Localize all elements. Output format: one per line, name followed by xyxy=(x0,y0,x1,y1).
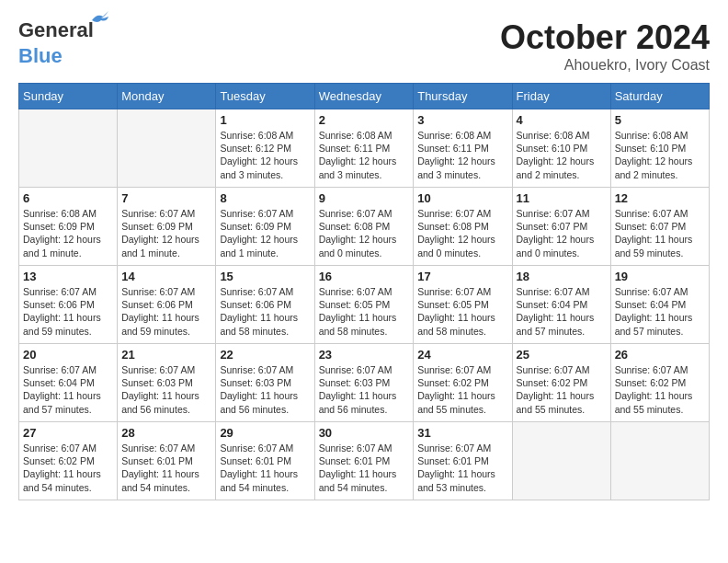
day-info: Sunrise: 6:07 AM Sunset: 6:04 PM Dayligh… xyxy=(517,285,607,338)
day-number: 23 xyxy=(319,348,410,362)
calendar-day-cell: 10Sunrise: 6:07 AM Sunset: 6:08 PM Dayli… xyxy=(414,188,512,266)
calendar-day-cell: 19Sunrise: 6:07 AM Sunset: 6:04 PM Dayli… xyxy=(610,266,709,344)
calendar-day-cell: 21Sunrise: 6:07 AM Sunset: 6:03 PM Dayli… xyxy=(118,344,216,422)
calendar-day-cell: 29Sunrise: 6:07 AM Sunset: 6:01 PM Dayli… xyxy=(216,422,314,500)
day-number: 1 xyxy=(220,113,310,127)
calendar-day-cell: 2Sunrise: 6:08 AM Sunset: 6:11 PM Daylig… xyxy=(314,109,414,188)
title-area: October 2024 Ahouekro, Ivory Coast xyxy=(500,18,710,74)
weekday-header: Tuesday xyxy=(216,84,314,109)
day-info: Sunrise: 6:07 AM Sunset: 6:02 PM Dayligh… xyxy=(417,363,507,416)
calendar-week-row: 20Sunrise: 6:07 AM Sunset: 6:04 PM Dayli… xyxy=(19,344,710,422)
day-number: 13 xyxy=(23,270,113,283)
day-info: Sunrise: 6:07 AM Sunset: 6:08 PM Dayligh… xyxy=(319,207,410,259)
logo-blue: Blue xyxy=(18,44,63,67)
calendar-day-cell: 22Sunrise: 6:07 AM Sunset: 6:03 PM Dayli… xyxy=(216,344,314,422)
calendar-day-cell xyxy=(610,422,709,500)
calendar-day-cell: 8Sunrise: 6:07 AM Sunset: 6:09 PM Daylig… xyxy=(216,188,314,266)
day-number: 29 xyxy=(220,426,310,440)
day-number: 20 xyxy=(23,348,113,362)
day-number: 18 xyxy=(517,270,607,283)
calendar-week-row: 13Sunrise: 6:07 AM Sunset: 6:06 PM Dayli… xyxy=(19,266,710,344)
calendar-day-cell: 14Sunrise: 6:07 AM Sunset: 6:06 PM Dayli… xyxy=(118,266,216,344)
day-number: 24 xyxy=(417,348,507,362)
day-info: Sunrise: 6:08 AM Sunset: 6:10 PM Dayligh… xyxy=(615,129,705,181)
day-number: 30 xyxy=(319,426,410,440)
calendar-day-cell: 17Sunrise: 6:07 AM Sunset: 6:05 PM Dayli… xyxy=(414,266,512,344)
weekday-header: Monday xyxy=(118,84,216,109)
calendar-day-cell: 13Sunrise: 6:07 AM Sunset: 6:06 PM Dayli… xyxy=(19,266,118,344)
day-info: Sunrise: 6:07 AM Sunset: 6:08 PM Dayligh… xyxy=(417,207,507,259)
day-number: 26 xyxy=(615,348,705,362)
calendar-week-row: 27Sunrise: 6:07 AM Sunset: 6:02 PM Dayli… xyxy=(19,422,710,500)
calendar-day-cell: 31Sunrise: 6:07 AM Sunset: 6:01 PM Dayli… xyxy=(414,422,512,500)
calendar-day-cell: 23Sunrise: 6:07 AM Sunset: 6:03 PM Dayli… xyxy=(314,344,414,422)
calendar-day-cell: 27Sunrise: 6:07 AM Sunset: 6:02 PM Dayli… xyxy=(19,422,118,500)
calendar-day-cell: 7Sunrise: 6:07 AM Sunset: 6:09 PM Daylig… xyxy=(118,188,216,266)
calendar-day-cell: 12Sunrise: 6:07 AM Sunset: 6:07 PM Dayli… xyxy=(610,188,709,266)
calendar-day-cell: 6Sunrise: 6:08 AM Sunset: 6:09 PM Daylig… xyxy=(19,188,118,266)
day-info: Sunrise: 6:08 AM Sunset: 6:10 PM Dayligh… xyxy=(517,129,607,181)
day-number: 22 xyxy=(220,348,310,362)
day-number: 3 xyxy=(417,113,507,127)
calendar-day-cell xyxy=(512,422,610,500)
calendar-day-cell xyxy=(118,109,216,188)
day-info: Sunrise: 6:08 AM Sunset: 6:11 PM Dayligh… xyxy=(417,129,507,181)
calendar-day-cell: 9Sunrise: 6:07 AM Sunset: 6:08 PM Daylig… xyxy=(314,188,414,266)
day-info: Sunrise: 6:07 AM Sunset: 6:02 PM Dayligh… xyxy=(517,363,607,416)
calendar-day-cell: 28Sunrise: 6:07 AM Sunset: 6:01 PM Dayli… xyxy=(118,422,216,500)
day-number: 2 xyxy=(319,113,410,127)
calendar-day-cell: 1Sunrise: 6:08 AM Sunset: 6:12 PM Daylig… xyxy=(216,109,314,188)
location-subtitle: Ahouekro, Ivory Coast xyxy=(500,57,710,74)
calendar-day-cell xyxy=(19,109,118,188)
day-info: Sunrise: 6:07 AM Sunset: 6:03 PM Dayligh… xyxy=(319,363,410,416)
day-info: Sunrise: 6:07 AM Sunset: 6:04 PM Dayligh… xyxy=(615,285,705,338)
day-info: Sunrise: 6:07 AM Sunset: 6:09 PM Dayligh… xyxy=(220,207,310,259)
day-number: 25 xyxy=(517,348,607,362)
day-info: Sunrise: 6:07 AM Sunset: 6:03 PM Dayligh… xyxy=(220,363,310,416)
day-number: 19 xyxy=(615,270,705,283)
day-number: 10 xyxy=(417,191,507,205)
calendar-day-cell: 20Sunrise: 6:07 AM Sunset: 6:04 PM Dayli… xyxy=(19,344,118,422)
calendar-day-cell: 5Sunrise: 6:08 AM Sunset: 6:10 PM Daylig… xyxy=(610,109,709,188)
calendar-day-cell: 3Sunrise: 6:08 AM Sunset: 6:11 PM Daylig… xyxy=(414,109,512,188)
calendar-table: SundayMondayTuesdayWednesdayThursdayFrid… xyxy=(18,83,710,500)
weekday-header: Wednesday xyxy=(314,84,414,109)
day-info: Sunrise: 6:07 AM Sunset: 6:05 PM Dayligh… xyxy=(319,285,410,338)
calendar-day-cell: 25Sunrise: 6:07 AM Sunset: 6:02 PM Dayli… xyxy=(512,344,610,422)
day-number: 6 xyxy=(23,191,113,205)
day-info: Sunrise: 6:07 AM Sunset: 6:07 PM Dayligh… xyxy=(517,207,607,259)
month-title: October 2024 xyxy=(500,18,710,57)
day-info: Sunrise: 6:07 AM Sunset: 6:01 PM Dayligh… xyxy=(319,442,410,494)
logo-general: General xyxy=(18,18,94,41)
weekday-header: Friday xyxy=(512,84,610,109)
day-info: Sunrise: 6:07 AM Sunset: 6:01 PM Dayligh… xyxy=(417,442,507,494)
day-info: Sunrise: 6:07 AM Sunset: 6:06 PM Dayligh… xyxy=(121,285,211,338)
day-info: Sunrise: 6:07 AM Sunset: 6:09 PM Dayligh… xyxy=(121,207,211,259)
day-number: 14 xyxy=(121,270,211,283)
page-header: General Blue October 2024 Ahouekro, Ivor… xyxy=(18,18,710,74)
weekday-header-row: SundayMondayTuesdayWednesdayThursdayFrid… xyxy=(19,84,710,109)
day-number: 17 xyxy=(417,270,507,283)
calendar-day-cell: 4Sunrise: 6:08 AM Sunset: 6:10 PM Daylig… xyxy=(512,109,610,188)
day-info: Sunrise: 6:07 AM Sunset: 6:03 PM Dayligh… xyxy=(121,363,211,416)
day-info: Sunrise: 6:07 AM Sunset: 6:07 PM Dayligh… xyxy=(615,207,705,259)
logo-bird-icon xyxy=(90,11,110,26)
calendar-day-cell: 16Sunrise: 6:07 AM Sunset: 6:05 PM Dayli… xyxy=(314,266,414,344)
day-number: 15 xyxy=(220,270,310,283)
day-number: 9 xyxy=(319,191,410,205)
day-info: Sunrise: 6:08 AM Sunset: 6:11 PM Dayligh… xyxy=(319,129,410,181)
day-info: Sunrise: 6:08 AM Sunset: 6:09 PM Dayligh… xyxy=(23,207,113,259)
day-number: 12 xyxy=(615,191,705,205)
day-number: 27 xyxy=(23,426,113,440)
calendar-day-cell: 11Sunrise: 6:07 AM Sunset: 6:07 PM Dayli… xyxy=(512,188,610,266)
day-number: 16 xyxy=(319,270,410,283)
weekday-header: Thursday xyxy=(414,84,512,109)
day-info: Sunrise: 6:07 AM Sunset: 6:04 PM Dayligh… xyxy=(23,363,113,416)
calendar-week-row: 1Sunrise: 6:08 AM Sunset: 6:12 PM Daylig… xyxy=(19,109,710,188)
calendar-day-cell: 15Sunrise: 6:07 AM Sunset: 6:06 PM Dayli… xyxy=(216,266,314,344)
day-info: Sunrise: 6:08 AM Sunset: 6:12 PM Dayligh… xyxy=(220,129,310,181)
calendar-day-cell: 24Sunrise: 6:07 AM Sunset: 6:02 PM Dayli… xyxy=(414,344,512,422)
day-info: Sunrise: 6:07 AM Sunset: 6:01 PM Dayligh… xyxy=(220,442,310,494)
calendar-day-cell: 26Sunrise: 6:07 AM Sunset: 6:02 PM Dayli… xyxy=(610,344,709,422)
day-number: 28 xyxy=(121,426,211,440)
